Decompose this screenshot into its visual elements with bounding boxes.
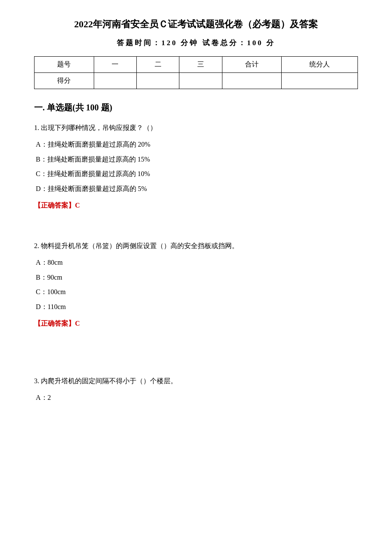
question-1-answer: 【正确答案】C	[34, 201, 358, 210]
score-table-header-1: 一	[94, 57, 136, 73]
score-table: 题号 一 二 三 合计 统分人 得分	[34, 56, 358, 89]
score-cell-1	[94, 73, 136, 89]
section1-title: 一. 单选题(共 100 题)	[34, 102, 358, 113]
score-cell-total	[222, 73, 282, 89]
question-1: 1. 出现下列哪种情况，吊钩应报废？（） A：挂绳处断面磨损量超过原高的 20%…	[34, 122, 358, 210]
question-2: 2. 物料提升机吊笼（吊篮）的两侧应设置（）高的安全挡板或挡网。 A：80cm …	[34, 240, 358, 328]
score-table-header-5: 统分人	[282, 57, 358, 73]
question-2-option-a: A：80cm	[34, 257, 358, 269]
score-table-header-0: 题号	[35, 57, 94, 73]
score-row-label: 得分	[35, 73, 94, 89]
question-3-text: 3. 内爬升塔机的固定间隔不得小于（）个楼层。	[34, 375, 358, 387]
question-1-option-d: D：挂绳处断面磨损量超过原高的 5%	[34, 183, 358, 195]
page-title: 2022年河南省安全员Ｃ证考试试题强化卷（必考题）及答案	[34, 17, 358, 31]
question-2-option-d: D：110cm	[34, 301, 358, 313]
question-2-text: 2. 物料提升机吊笼（吊篮）的两侧应设置（）高的安全挡板或挡网。	[34, 240, 358, 252]
question-1-option-c: C：挂绳处断面磨损量超过原高的 10%	[34, 168, 358, 180]
question-2-option-c: C：100cm	[34, 286, 358, 298]
question-3: 3. 内爬升塔机的固定间隔不得小于（）个楼层。 A：2	[34, 375, 358, 404]
score-table-header-3: 三	[179, 57, 222, 73]
question-2-option-b: B：90cm	[34, 272, 358, 284]
score-cell-2	[136, 73, 179, 89]
question-3-option-a: A：2	[34, 392, 358, 404]
question-1-option-a: A：挂绳处断面磨损量超过原高的 20%	[34, 139, 358, 151]
question-1-option-b: B：挂绳处断面磨损量超过原高的 15%	[34, 153, 358, 166]
score-table-header-4: 合计	[222, 57, 282, 73]
exam-info: 答题时间：120 分钟 试卷总分：100 分	[34, 38, 358, 48]
question-2-answer: 【正确答案】C	[34, 319, 358, 328]
score-cell-3	[179, 73, 222, 89]
question-1-text: 1. 出现下列哪种情况，吊钩应报废？（）	[34, 122, 358, 134]
score-table-header-2: 二	[136, 57, 179, 73]
score-cell-grader	[282, 73, 358, 89]
